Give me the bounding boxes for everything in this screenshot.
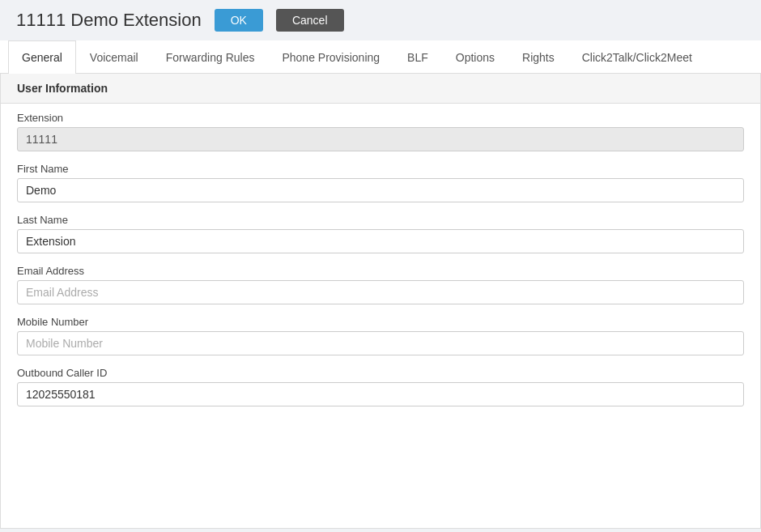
page-title: 11111 Demo Extension xyxy=(16,10,202,31)
mobile-number-input[interactable] xyxy=(17,331,744,355)
tab-general[interactable]: General xyxy=(8,40,76,74)
tab-blf[interactable]: BLF xyxy=(393,40,442,74)
last-name-group: Last Name xyxy=(17,214,744,253)
last-name-label: Last Name xyxy=(17,214,744,226)
tabs-container: General Voicemail Forwarding Rules Phone… xyxy=(0,40,761,74)
form-body: Extension First Name Last Name Email Add… xyxy=(1,104,760,426)
tab-options[interactable]: Options xyxy=(442,40,508,74)
email-address-group: Email Address xyxy=(17,265,744,304)
extension-group: Extension xyxy=(17,112,744,151)
mobile-number-label: Mobile Number xyxy=(17,316,744,328)
outbound-caller-id-group: Outbound Caller ID xyxy=(17,367,744,406)
first-name-input[interactable] xyxy=(17,178,744,202)
ok-button[interactable]: OK xyxy=(215,9,263,32)
outbound-caller-id-label: Outbound Caller ID xyxy=(17,367,744,379)
content-area: User Information Extension First Name La… xyxy=(0,74,761,529)
extension-input[interactable] xyxy=(17,127,744,151)
tab-phone-provisioning[interactable]: Phone Provisioning xyxy=(268,40,393,74)
section-header: User Information xyxy=(1,74,760,104)
tab-forwarding-rules[interactable]: Forwarding Rules xyxy=(152,40,269,74)
header: 11111 Demo Extension OK Cancel xyxy=(0,0,761,40)
email-address-label: Email Address xyxy=(17,265,744,277)
email-address-input[interactable] xyxy=(17,280,744,304)
tab-rights[interactable]: Rights xyxy=(508,40,568,74)
mobile-number-group: Mobile Number xyxy=(17,316,744,355)
extension-label: Extension xyxy=(17,112,744,124)
cancel-button[interactable]: Cancel xyxy=(276,9,344,32)
tab-voicemail[interactable]: Voicemail xyxy=(76,40,152,74)
last-name-input[interactable] xyxy=(17,229,744,253)
outbound-caller-id-input[interactable] xyxy=(17,382,744,406)
first-name-group: First Name xyxy=(17,163,744,202)
tab-click2talk[interactable]: Click2Talk/Click2Meet xyxy=(568,40,706,74)
first-name-label: First Name xyxy=(17,163,744,175)
